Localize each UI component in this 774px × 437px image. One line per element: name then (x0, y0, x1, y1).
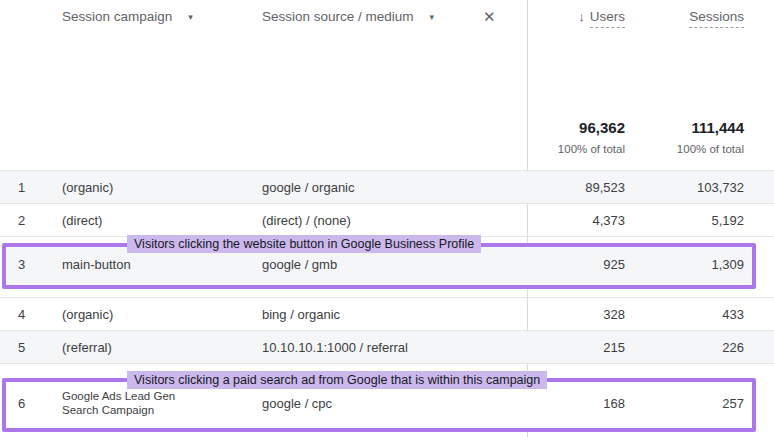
dimension-header-row: Session campaign ▾ Session source / medi… (0, 9, 527, 31)
table-row[interactable]: 5 (referral) 10.10.10.1:1000 / referral … (0, 331, 774, 363)
table-row[interactable]: 4 (organic) bing / organic 328 433 (0, 298, 774, 330)
cell-session-campaign: (organic) (44, 180, 244, 195)
dimension-label: Session campaign (62, 9, 172, 24)
cell-sessions: 103,732 (625, 180, 744, 195)
cell-session-source-medium: google / organic (244, 180, 527, 195)
users-total-share: 100% of total (558, 143, 625, 155)
column-header-sessions[interactable]: Sessions (689, 9, 744, 28)
row-number: 4 (0, 307, 44, 322)
cell-session-source-medium: google / gmb (244, 257, 527, 272)
cell-session-source-medium: google / cpc (244, 396, 527, 411)
sort-descending-icon[interactable]: ↓ (578, 9, 585, 24)
row-number: 5 (0, 340, 44, 355)
cell-session-campaign: (referral) (44, 340, 244, 355)
analytics-report-table: Session campaign ▾ Session source / medi… (0, 0, 774, 437)
cell-session-source-medium: 10.10.10.1:1000 / referral (244, 340, 527, 355)
column-header-users[interactable]: ↓ Users (578, 9, 625, 28)
cell-users: 4,373 (527, 213, 625, 228)
row-number: 1 (0, 180, 44, 195)
cell-sessions: 257 (625, 396, 744, 411)
cell-sessions: 226 (625, 340, 744, 355)
annotation-paid-search-ad: Visitors clicking a paid search ad from … (127, 371, 547, 389)
chevron-down-icon[interactable]: ▾ (422, 12, 435, 22)
dimension-select-session-source-medium[interactable]: Session source / medium ▾ (262, 9, 434, 24)
cell-users: 89,523 (527, 180, 625, 195)
table-row[interactable]: 2 (direct) (direct) / (none) 4,373 5,192 (0, 204, 774, 236)
row-number: 3 (0, 257, 44, 272)
cell-session-source-medium: (direct) / (none) (244, 213, 527, 228)
row-separator (0, 363, 774, 364)
cell-users: 215 (527, 340, 625, 355)
cell-users: 328 (527, 307, 625, 322)
cell-users: 168 (527, 396, 625, 411)
dimension-label: Session source / medium (262, 9, 414, 24)
cell-session-campaign: (organic) (44, 307, 244, 322)
annotation-gbp-website-button: Visitors clicking the website button in … (127, 235, 481, 253)
cell-sessions: 433 (625, 307, 744, 322)
dimension-select-session-campaign[interactable]: Session campaign ▾ (62, 9, 193, 24)
cell-session-campaign: main-button (44, 257, 244, 272)
cell-users: 925 (527, 257, 625, 272)
users-total: 96,362 (579, 119, 625, 136)
sessions-header-label[interactable]: Sessions (689, 9, 744, 28)
cell-session-campaign: (direct) (44, 213, 244, 228)
table-row[interactable]: 1 (organic) google / organic 89,523 103,… (0, 171, 774, 203)
row-number: 6 (0, 396, 44, 411)
close-icon[interactable]: ✕ (483, 8, 496, 26)
cell-sessions: 1,309 (625, 257, 744, 272)
sessions-total-share: 100% of total (677, 143, 744, 155)
chevron-down-icon[interactable]: ▾ (180, 12, 193, 22)
cell-session-source-medium: bing / organic (244, 307, 527, 322)
cell-sessions: 5,192 (625, 213, 744, 228)
sessions-total: 111,444 (691, 119, 744, 136)
users-header-label[interactable]: Users (590, 9, 625, 28)
cell-session-campaign: Google Ads Lead Gen Search Campaign (44, 389, 244, 417)
row-number: 2 (0, 213, 44, 228)
